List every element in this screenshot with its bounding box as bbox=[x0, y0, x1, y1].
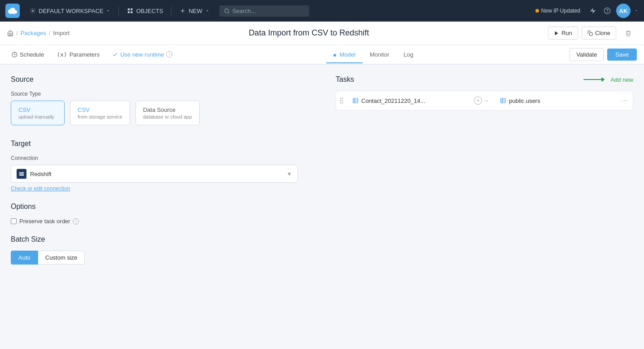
tasks-title: Tasks bbox=[336, 75, 354, 84]
breadcrumb-packages[interactable]: Packages bbox=[21, 30, 46, 36]
user-avatar[interactable]: AK bbox=[616, 4, 631, 18]
arrow-head bbox=[601, 77, 605, 82]
notification-badge[interactable]: New IP Updated bbox=[532, 6, 584, 16]
tab-monitor[interactable]: Monitor bbox=[363, 47, 396, 63]
parameters-icon: (x) bbox=[57, 51, 67, 58]
objects-nav[interactable]: OBJECTS bbox=[123, 5, 167, 17]
nav-divider-2 bbox=[171, 6, 171, 15]
task-target-name: public.users bbox=[509, 97, 540, 104]
task-source: Contact_20211220_14... bbox=[347, 97, 469, 104]
breadcrumb-import: Import bbox=[53, 30, 70, 36]
svg-rect-11 bbox=[19, 172, 24, 173]
breadcrumb-sep-2: / bbox=[49, 30, 51, 36]
arrow-line-body bbox=[583, 79, 601, 80]
home-icon[interactable] bbox=[7, 30, 13, 36]
clone-button[interactable]: Clone bbox=[582, 27, 616, 40]
svg-rect-4 bbox=[131, 11, 133, 13]
center-tabs: Model Monitor Log bbox=[177, 47, 570, 62]
help-icon-btn[interactable] bbox=[602, 5, 613, 16]
run-icon bbox=[554, 31, 559, 36]
tab-group-left: Schedule (x) Parameters Use new runtime … bbox=[7, 48, 177, 62]
tab-log[interactable]: Log bbox=[396, 47, 421, 63]
options-section: Options Preserve task order i bbox=[11, 203, 325, 225]
options-title: Options bbox=[11, 203, 325, 211]
source-type-cards: CSV upload manually CSV from storage ser… bbox=[11, 101, 325, 125]
batch-auto-button[interactable]: Auto bbox=[11, 251, 38, 265]
svg-rect-1 bbox=[128, 9, 130, 10]
top-navigation: DEFAULT WORKSPACE OBJECTS NEW Search... … bbox=[0, 0, 644, 22]
left-panel: Source Source Type CSV upload manually C… bbox=[11, 75, 325, 338]
task-source-name: Contact_20211220_14... bbox=[361, 97, 425, 104]
connector-arrow-icon: → bbox=[483, 97, 489, 104]
validate-button[interactable]: Validate bbox=[570, 48, 604, 61]
notification-dot bbox=[535, 9, 539, 13]
tasks-header: Tasks Add new bbox=[336, 75, 633, 84]
preserve-task-order-label: Preserve task order bbox=[19, 218, 70, 225]
connection-chevron-icon: ▼ bbox=[286, 171, 292, 177]
delete-button[interactable] bbox=[620, 27, 637, 39]
lightning-icon-btn[interactable] bbox=[587, 5, 598, 16]
schedule-tab[interactable]: Schedule bbox=[7, 48, 48, 62]
connection-name: Redshift bbox=[30, 171, 283, 177]
source-table-icon bbox=[352, 97, 359, 104]
target-table-icon bbox=[500, 97, 506, 104]
source-card-datasource-desc: database or cloud app bbox=[143, 114, 192, 119]
batch-custom-button[interactable]: Custom size bbox=[38, 251, 85, 265]
workspace-selector[interactable]: DEFAULT WORKSPACE bbox=[25, 5, 115, 17]
source-card-csv-manual-desc: upload manually bbox=[18, 114, 57, 119]
preserve-task-info-icon[interactable]: i bbox=[73, 218, 79, 225]
drag-handle[interactable] bbox=[336, 91, 347, 110]
new-nav[interactable]: NEW bbox=[175, 5, 214, 17]
tab-model[interactable]: Model bbox=[326, 47, 363, 63]
breadcrumb: / Packages / Import bbox=[7, 30, 70, 36]
svg-point-15 bbox=[342, 98, 343, 99]
svg-rect-9 bbox=[590, 32, 593, 35]
avatar-chevron-icon bbox=[634, 9, 639, 13]
task-more-button[interactable]: ··· bbox=[617, 97, 633, 105]
check-edit-connection-link[interactable]: Check or edit connection bbox=[11, 186, 70, 192]
batch-size-title: Batch Size bbox=[11, 235, 325, 243]
search-bar[interactable]: Search... bbox=[219, 5, 309, 17]
svg-point-16 bbox=[340, 100, 342, 102]
connector-plus-icon: + bbox=[474, 97, 482, 105]
source-card-csv-manual-type: CSV bbox=[18, 106, 57, 113]
clone-icon bbox=[587, 31, 593, 36]
save-button[interactable]: Save bbox=[607, 49, 637, 61]
svg-point-7 bbox=[607, 12, 608, 13]
svg-point-0 bbox=[32, 10, 34, 12]
schedule-icon bbox=[12, 52, 18, 57]
svg-rect-2 bbox=[131, 9, 133, 10]
table-row: Contact_20211220_14... + → public.users … bbox=[336, 91, 633, 110]
source-type-label: Source Type bbox=[11, 91, 325, 97]
header-actions: Run Clone bbox=[548, 27, 637, 40]
app-logo[interactable] bbox=[5, 4, 20, 18]
nav-right-group: New IP Updated AK bbox=[532, 4, 639, 18]
run-button[interactable]: Run bbox=[548, 27, 578, 40]
svg-rect-20 bbox=[353, 98, 358, 103]
svg-rect-12 bbox=[19, 173, 24, 174]
source-section: Source Source Type CSV upload manually C… bbox=[11, 75, 325, 125]
connection-label: Connection bbox=[11, 155, 325, 161]
nav-divider-1 bbox=[118, 6, 119, 15]
source-card-csv-storage-type: CSV bbox=[78, 106, 123, 113]
source-card-datasource[interactable]: Data Source database or cloud app bbox=[136, 101, 200, 125]
source-card-csv-manual[interactable]: CSV upload manually bbox=[11, 101, 65, 125]
preserve-task-order-checkbox[interactable] bbox=[11, 218, 17, 224]
source-title: Source bbox=[11, 75, 325, 84]
svg-point-17 bbox=[342, 100, 343, 102]
lightning-icon bbox=[589, 7, 596, 14]
add-new-button[interactable]: Add new bbox=[583, 76, 633, 83]
source-card-csv-storage[interactable]: CSV from storage service bbox=[70, 101, 130, 125]
connection-select[interactable]: Redshift ▼ bbox=[11, 165, 298, 183]
use-new-runtime-tab[interactable]: Use new runtime i bbox=[108, 48, 177, 62]
parameters-tab[interactable]: (x) Parameters bbox=[52, 48, 104, 62]
preserve-task-order-row: Preserve task order i bbox=[11, 218, 325, 225]
help-icon bbox=[604, 7, 611, 14]
runtime-info-icon[interactable]: i bbox=[166, 51, 172, 57]
tabs-right: Validate Save bbox=[570, 48, 637, 61]
task-target: public.users bbox=[495, 97, 616, 104]
search-icon bbox=[224, 8, 230, 14]
task-connector: + → bbox=[469, 97, 495, 105]
svg-point-18 bbox=[340, 102, 342, 104]
svg-rect-3 bbox=[128, 11, 130, 13]
